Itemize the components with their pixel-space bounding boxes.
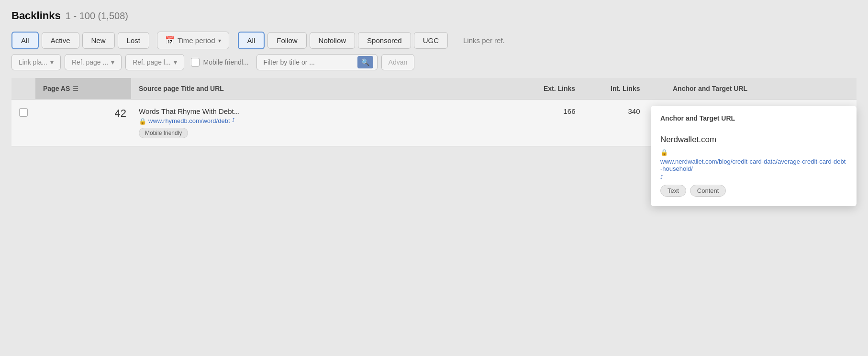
page-count: 1 - 100 (1,508) (66, 11, 128, 22)
link-type-follow[interactable]: Follow (267, 32, 306, 49)
th-ext-links: Ext. Links (536, 78, 603, 99)
page-wrapper: Backlinks 1 - 100 (1,508) All Active New… (0, 0, 868, 356)
mobile-badge: Mobile friendly (139, 128, 188, 138)
anchor-url-text[interactable]: www.nerdwallet.com/blog/credit-card-data… (660, 158, 847, 172)
link-type-all[interactable]: All (238, 32, 265, 49)
mobile-friendly-filter: Mobile friendl... (191, 58, 249, 67)
page-as-value: 42 (35, 100, 131, 127)
th-page-as[interactable]: Page AS ☰ (35, 78, 131, 99)
ref-page-dropdown[interactable]: Ref. page ... ▾ (65, 54, 122, 70)
sort-icon: ☰ (73, 85, 78, 92)
anchor-panel: Anchor and Target URL Nerdwallet.com 🔒 w… (651, 106, 857, 206)
link-type-nofollow[interactable]: Nofollow (310, 32, 356, 49)
th-source: Source page Title and URL (131, 78, 536, 99)
ref-page-lang-label: Ref. page l... (133, 58, 170, 66)
th-checkbox (11, 78, 35, 99)
th-int-links-label: Int. Links (611, 85, 640, 92)
th-int-links: Int. Links (603, 78, 665, 99)
ref-page-lang-dropdown[interactable]: Ref. page l... ▾ (125, 54, 184, 70)
mobile-friendly-label: Mobile friendl... (203, 58, 249, 66)
anchor-tag-content[interactable]: Content (690, 185, 726, 197)
tab-active[interactable]: Active (42, 32, 79, 49)
source-title: Words That Rhyme With Debt... (139, 107, 528, 115)
th-page-as-label: Page AS (43, 85, 70, 92)
ext-link-icon[interactable]: ⤴ (232, 117, 235, 123)
advanced-label: Advan (389, 58, 408, 66)
calendar-icon: 📅 (165, 36, 175, 45)
anchor-site-name: Nerdwallet.com (660, 135, 847, 145)
search-button[interactable]: 🔍 (357, 56, 373, 68)
link-type-ugc[interactable]: UGC (414, 32, 448, 49)
anchor-tag-text[interactable]: Text (660, 185, 686, 197)
filter-row-2: Link pla... ▾ Ref. page ... ▾ Ref. page … (11, 54, 857, 70)
link-placement-dropdown[interactable]: Link pla... ▾ (11, 54, 61, 70)
th-anchor: Anchor and Target URL (665, 78, 857, 99)
anchor-tags: Text Content (660, 185, 847, 197)
page-title: Backlinks (11, 10, 61, 22)
link-placement-label: Link pla... (19, 58, 47, 66)
table-header: Page AS ☰ Source page Title and URL Ext.… (11, 78, 857, 100)
row-checkbox-cell (11, 100, 35, 124)
tab-new[interactable]: New (82, 32, 115, 49)
filter-row-1: All Active New Lost 📅 Time period ▾ All … (11, 32, 857, 49)
links-per-ref-label: Links per ref. (455, 33, 513, 48)
th-source-label: Source page Title and URL (139, 85, 224, 92)
time-period-label: Time period (178, 36, 215, 44)
filter-title-input[interactable] (261, 55, 356, 70)
mobile-friendly-checkbox[interactable] (191, 58, 200, 67)
lock-icon: 🔒 (139, 118, 146, 125)
source-url-text[interactable]: www.rhymedb.com/word/debt (148, 117, 230, 124)
source-url: 🔒 www.rhymedb.com/word/debt ⤴ (139, 117, 528, 125)
header-row: Backlinks 1 - 100 (1,508) (11, 10, 857, 22)
ref-page-lang-chevron: ▾ (174, 58, 177, 66)
backlinks-table: Page AS ☰ Source page Title and URL Ext.… (11, 78, 857, 146)
row-checkbox[interactable] (19, 108, 28, 117)
tab-lost[interactable]: Lost (118, 32, 149, 49)
ref-page-chevron: ▾ (111, 58, 114, 66)
link-placement-chevron: ▾ (50, 58, 54, 66)
anchor-url: 🔒 www.nerdwallet.com/blog/credit-card-da… (660, 148, 847, 180)
search-icon: 🔍 (361, 58, 369, 66)
anchor-lock-icon: 🔒 (660, 149, 668, 156)
time-period-dropdown[interactable]: 📅 Time period ▾ (157, 32, 229, 49)
link-type-sponsored[interactable]: Sponsored (358, 32, 411, 49)
advanced-button[interactable]: Advan (381, 54, 415, 70)
chevron-down-icon: ▾ (218, 37, 221, 44)
ext-links-value: 166 (536, 100, 603, 123)
th-anchor-label: Anchor and Target URL (673, 85, 747, 92)
tab-all[interactable]: All (11, 32, 39, 49)
source-cell: Words That Rhyme With Debt... 🔒 www.rhym… (131, 100, 536, 146)
filter-title-wrap: 🔍 (256, 54, 378, 70)
th-ext-links-label: Ext. Links (544, 85, 575, 92)
ref-page-label: Ref. page ... (72, 58, 108, 66)
anchor-ext-link-icon[interactable]: ⤴ (660, 174, 663, 180)
anchor-panel-header: Anchor and Target URL (660, 114, 847, 127)
